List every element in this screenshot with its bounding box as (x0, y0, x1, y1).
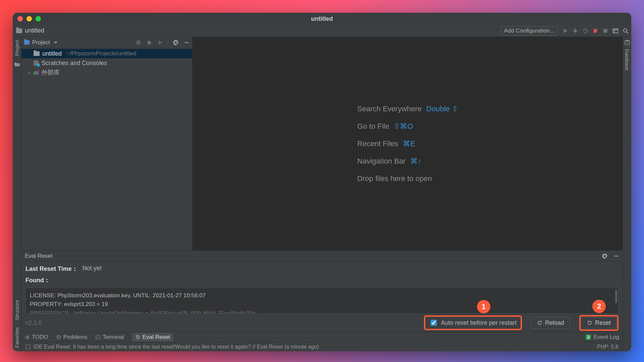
callout-2: 2 Reset (579, 315, 619, 331)
welcome-hints: Search EverywhereDouble ⇧ Go to File⇧⌘O … (357, 105, 458, 183)
svg-rect-3 (613, 28, 618, 33)
kbd-navbar: ⌘↑ (410, 157, 421, 166)
tool-window-bar: TODO Problems Terminal Eval Reset 2Event… (21, 332, 623, 342)
tab-favorites[interactable]: Favorites (13, 324, 20, 351)
right-tool-gutter: Database (623, 37, 631, 351)
coverage-icon[interactable] (582, 28, 588, 34)
zoom-traffic-light[interactable] (36, 16, 41, 21)
kbd-search: Double ⇧ (426, 105, 458, 113)
svg-rect-8 (96, 335, 100, 339)
library-icon (34, 70, 39, 75)
found-line: LICENSE: PhpStorm203.evaluation.key, UNT… (30, 291, 614, 300)
main-toolbar: untitled Add Configuration... (13, 25, 631, 37)
chevron-right-icon[interactable]: › (28, 69, 31, 76)
status-icon[interactable] (25, 345, 30, 349)
reload-button[interactable]: Reload (531, 317, 570, 329)
hint-goto: Go to File (357, 122, 389, 131)
stop-disabled-icon (602, 28, 608, 34)
annotation-badge-1: 1 (477, 300, 490, 313)
left-tool-gutter: Project Structure Favorites (13, 37, 21, 351)
layout-icon[interactable] (612, 28, 619, 34)
found-list[interactable]: LICENSE: PhpStorm203.evaluation.key, UNT… (25, 288, 619, 314)
tab-structure[interactable]: Structure (13, 297, 20, 324)
hint-drop: Drop files here to open (357, 174, 432, 183)
breadcrumb[interactable]: untitled (16, 27, 44, 34)
collapse-all-icon[interactable] (157, 40, 163, 46)
svg-point-4 (624, 28, 627, 32)
tab-project[interactable]: Project (13, 37, 20, 59)
eval-reset-panel: Eval Reset Last Reset Time：Not yet Found… (21, 250, 623, 332)
editor-area[interactable]: Search EverywhereDouble ⇧ Go to File⇧⌘O … (193, 37, 623, 250)
project-icon (24, 40, 30, 45)
run-icon[interactable] (562, 28, 568, 34)
ide-window: untitled untitled Add Configuration... (13, 13, 631, 351)
minimize-icon[interactable] (183, 40, 190, 46)
last-reset-label: Last Reset Time： (25, 265, 78, 273)
reset-button[interactable]: Reset (581, 317, 616, 329)
project-tree[interactable]: untitled ~/PhpstormProjects/untitled Scr… (21, 48, 192, 250)
status-message: IDE Eval Reset: It has been a long time … (34, 344, 319, 350)
found-line: PREFERENCE: JetBrains.UserIdOnMachine = … (30, 309, 614, 314)
hint-recent: Recent Files (357, 139, 398, 148)
status-bar: IDE Eval Reset: It has been a long time … (21, 342, 623, 351)
eval-panel-title: Eval Reset (25, 253, 52, 259)
gear-icon[interactable] (602, 253, 608, 259)
auto-reset-input[interactable] (431, 320, 437, 326)
scratch-icon (34, 60, 39, 66)
stop-icon[interactable] (592, 28, 598, 34)
add-configuration-button[interactable]: Add Configuration... (500, 26, 558, 36)
breadcrumb-project: untitled (25, 27, 44, 34)
event-badge: 2 (586, 335, 591, 340)
eval-version: v2.1.6 (25, 319, 42, 326)
annotation-badge-2: 2 (592, 300, 606, 313)
tree-root[interactable]: untitled ~/PhpstormProjects/untitled (21, 49, 192, 58)
expand-all-icon[interactable] (146, 40, 152, 46)
svg-point-9 (625, 40, 630, 42)
callout-1: 1 Auto reset before per restart (424, 315, 522, 330)
project-panel-title[interactable]: Project (32, 39, 50, 46)
kbd-recent: ⌘E (403, 139, 415, 148)
found-line: PROPERTY: evlsprt3.203 = 19 (30, 300, 614, 309)
project-tool-window: Project (21, 37, 193, 250)
search-icon[interactable] (623, 28, 629, 34)
minimize-icon[interactable] (613, 253, 619, 259)
tw-event-log[interactable]: 2Event Log (586, 334, 619, 341)
minimize-traffic-light[interactable] (26, 16, 32, 21)
status-php[interactable]: PHP: 5.6 (597, 344, 619, 350)
close-traffic-light[interactable] (17, 16, 23, 21)
target-icon[interactable] (136, 40, 142, 46)
window-title: untitled (13, 15, 631, 22)
kbd-goto: ⇧⌘O (394, 122, 413, 131)
hint-search: Search Everywhere (357, 105, 422, 113)
scrollbar[interactable] (615, 290, 617, 303)
svg-rect-2 (603, 29, 607, 33)
svg-point-0 (574, 29, 577, 32)
tab-database[interactable]: Database (624, 46, 631, 74)
folder-icon (16, 28, 22, 33)
tw-terminal[interactable]: Terminal (96, 334, 124, 341)
gear-icon[interactable] (173, 40, 179, 46)
tw-eval-reset[interactable]: Eval Reset (132, 333, 173, 342)
tree-scratches[interactable]: Scratches and Consoles (21, 58, 192, 68)
titlebar: untitled (13, 13, 631, 25)
svg-point-6 (138, 42, 139, 43)
tree-external-libraries[interactable]: › 外部库 (21, 68, 192, 77)
last-reset-value: Not yet (83, 265, 102, 273)
tw-todo[interactable]: TODO (25, 334, 48, 341)
chevron-down-icon[interactable] (54, 42, 57, 44)
debug-icon[interactable] (572, 28, 578, 34)
found-label: Found： (25, 276, 50, 284)
folder-icon (34, 51, 40, 56)
folder-small-icon[interactable] (14, 61, 20, 67)
hint-navbar: Navigation Bar (357, 157, 406, 166)
tw-problems[interactable]: Problems (56, 334, 88, 341)
database-icon[interactable] (624, 40, 630, 46)
auto-reset-checkbox[interactable]: Auto reset before per restart (429, 319, 517, 327)
